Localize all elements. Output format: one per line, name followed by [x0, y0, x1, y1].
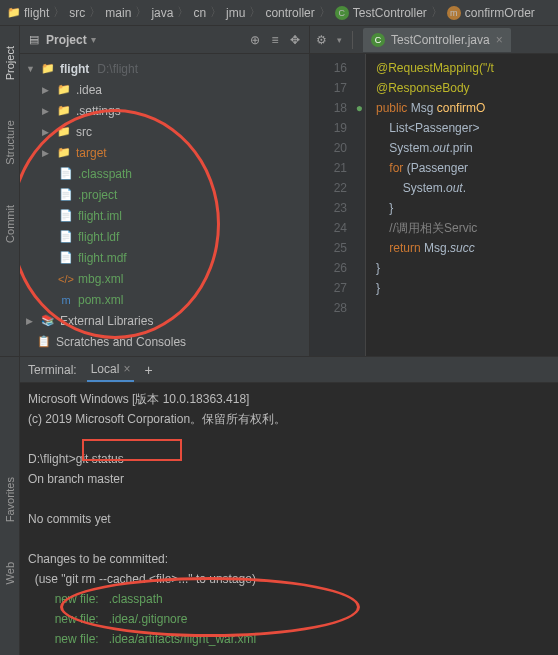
- rail-project[interactable]: Project: [4, 46, 16, 80]
- close-icon[interactable]: ×: [496, 33, 503, 47]
- bc-item[interactable]: main: [105, 6, 131, 20]
- tree-external[interactable]: ▶📚External Libraries: [20, 310, 309, 331]
- terminal-panel: Favorites Web Terminal: Local × + Micros…: [0, 356, 558, 655]
- add-terminal-button[interactable]: +: [144, 362, 152, 378]
- panel-title: Project: [46, 33, 87, 47]
- rail-structure[interactable]: Structure: [4, 120, 16, 165]
- collapse-icon[interactable]: ✥: [287, 32, 303, 48]
- project-icon: ▤: [26, 32, 42, 48]
- editor-area: ⚙▾ C TestController.java × 1617 1819 202…: [310, 26, 558, 356]
- bc-item[interactable]: flight: [24, 6, 49, 20]
- tree-scratches[interactable]: 📋Scratches and Consoles: [20, 331, 309, 352]
- left-tool-rail-lower: Favorites Web: [0, 357, 20, 655]
- bc-class[interactable]: TestController: [353, 6, 427, 20]
- tree-folder[interactable]: ▶📁target: [20, 142, 309, 163]
- tree-file[interactable]: 📄.classpath: [20, 163, 309, 184]
- tree-folder[interactable]: ▶📁.settings: [20, 100, 309, 121]
- bc-item[interactable]: cn: [193, 6, 206, 20]
- project-panel: ▤ Project ▾ ⊕ ≡ ✥ ▼📁 flight D:\flight ▶📁…: [20, 26, 310, 356]
- bc-method[interactable]: confirmOrder: [465, 6, 535, 20]
- class-icon: C: [371, 33, 385, 47]
- bc-item[interactable]: controller: [265, 6, 314, 20]
- tree-file[interactable]: </>mbg.xml: [20, 268, 309, 289]
- class-icon: C: [335, 6, 349, 20]
- locate-icon[interactable]: ⊕: [247, 32, 263, 48]
- gear-icon[interactable]: ⚙: [316, 33, 327, 47]
- editor-gutter: 1617 1819 2021 2223 2425 2627 28 ●: [310, 54, 366, 356]
- tree-file[interactable]: 📄flight.mdf: [20, 247, 309, 268]
- bc-item[interactable]: jmu: [226, 6, 245, 20]
- rail-commit[interactable]: Commit: [4, 205, 16, 243]
- tree-root[interactable]: ▼📁 flight D:\flight: [20, 58, 309, 79]
- tree-file[interactable]: mpom.xml: [20, 289, 309, 310]
- folder-icon: 📁: [6, 5, 22, 21]
- tree-folder[interactable]: ▶📁src: [20, 121, 309, 142]
- terminal-label: Terminal:: [28, 363, 77, 377]
- close-icon[interactable]: ×: [123, 362, 130, 376]
- rail-web[interactable]: Web: [4, 562, 16, 584]
- breadcrumb: 📁 flight〉 src〉 main〉 java〉 cn〉 jmu〉 cont…: [0, 0, 558, 26]
- terminal-content[interactable]: Microsoft Windows [版本 10.0.18363.418] (c…: [20, 383, 558, 655]
- tree-file[interactable]: 📄flight.iml: [20, 205, 309, 226]
- method-icon: m: [447, 6, 461, 20]
- left-tool-rail: Project Structure Commit: [0, 26, 20, 356]
- terminal-tab[interactable]: Local ×: [87, 357, 135, 382]
- tree-file[interactable]: 📄.project: [20, 184, 309, 205]
- tree-folder[interactable]: ▶📁.idea: [20, 79, 309, 100]
- tree-file[interactable]: 📄flight.ldf: [20, 226, 309, 247]
- run-gutter-icon[interactable]: ●: [349, 98, 363, 112]
- expand-icon[interactable]: ≡: [267, 32, 283, 48]
- editor-tab[interactable]: C TestController.java ×: [363, 28, 511, 52]
- rail-favorites[interactable]: Favorites: [4, 477, 16, 522]
- bc-item[interactable]: src: [69, 6, 85, 20]
- project-tree: ▼📁 flight D:\flight ▶📁.idea ▶📁.settings …: [20, 54, 309, 356]
- code-area[interactable]: @RequestMapping("/t @ResponseBody public…: [366, 54, 558, 356]
- bc-item[interactable]: java: [151, 6, 173, 20]
